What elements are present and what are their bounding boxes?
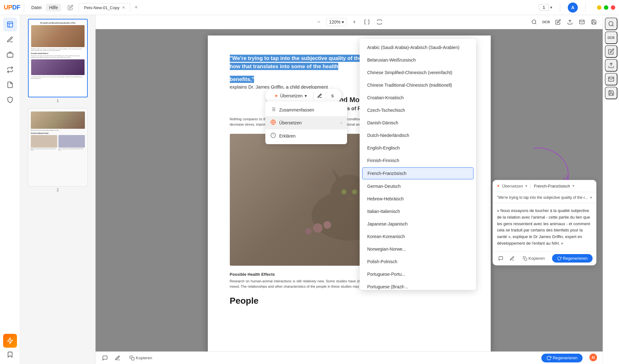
lang-arabic[interactable]: Arabic (Saudi Arabia)-Arabisch (Saudi-Ar… bbox=[360, 41, 476, 54]
lang-norwegian[interactable]: Norwegian-Norwe... bbox=[360, 243, 476, 255]
translation-chat-btn[interactable] bbox=[496, 254, 505, 263]
menu-datei[interactable]: Datei bbox=[28, 4, 45, 11]
tab-close-btn[interactable]: ✕ bbox=[122, 5, 125, 10]
translation-source-arrow[interactable]: ▾ bbox=[590, 195, 592, 200]
translation-panel-dropdown[interactable]: ▾ bbox=[525, 184, 527, 188]
sidebar-item-protect[interactable] bbox=[3, 93, 17, 107]
language-dropdown[interactable]: Arabic (Saudi Arabia)-Arabisch (Saudi-Ar… bbox=[360, 39, 476, 290]
bottom-regenerate-btn[interactable]: Regenerieren bbox=[541, 354, 583, 362]
sidebar-item-convert[interactable] bbox=[3, 63, 17, 77]
translate-main-btn[interactable]: ✦ Übersetzen ▾ bbox=[269, 91, 312, 101]
lang-french[interactable]: French-Französisch bbox=[362, 167, 473, 179]
titlebar: UPDF Datei Hilfe Pets-New-01_Copy ✕ + ▾ … bbox=[0, 0, 619, 15]
translation-regenerate-btn[interactable]: Regenerieren bbox=[552, 254, 593, 263]
bottom-copy-btn[interactable]: Kopieren bbox=[126, 354, 156, 362]
zoom-display[interactable]: 120% ▾ bbox=[326, 18, 347, 26]
edit-btn[interactable] bbox=[553, 17, 563, 27]
lang-italian[interactable]: Italian-Italienisch bbox=[360, 205, 476, 218]
titlebar-divider2 bbox=[560, 3, 560, 12]
ocr-btn[interactable]: OCR bbox=[541, 17, 551, 27]
lang-portuguese[interactable]: Portuguese-Portu... bbox=[360, 268, 476, 280]
page-number-input[interactable] bbox=[539, 4, 549, 11]
user-avatar[interactable]: A bbox=[568, 3, 578, 13]
svg-point-13 bbox=[352, 189, 357, 194]
right-save-btn[interactable] bbox=[605, 87, 617, 99]
thumb-label-1: 1 bbox=[57, 99, 59, 103]
right-ocr-btn[interactable]: OCR bbox=[605, 31, 617, 44]
thumbnail-img-1[interactable]: The Health and Mood-Boosting Benefits of… bbox=[28, 19, 88, 97]
lang-chinese-traditional[interactable]: Chinese Traditional-Chinesisch (traditio… bbox=[360, 79, 476, 91]
sidebar-item-ai[interactable] bbox=[3, 334, 17, 348]
translation-panel-lang-dropdown[interactable]: ▾ bbox=[572, 184, 574, 188]
context-menu-explain[interactable]: Erklären bbox=[265, 129, 347, 142]
translation-pen-btn[interactable] bbox=[508, 254, 517, 263]
svg-rect-29 bbox=[131, 357, 134, 360]
lang-czech[interactable]: Czech-Tschechisch bbox=[360, 104, 476, 117]
right-mail-btn[interactable] bbox=[605, 73, 617, 85]
export-btn[interactable] bbox=[565, 17, 575, 27]
page-chevron[interactable]: ▾ bbox=[550, 5, 552, 10]
thumbnail-img-2[interactable]: Research has shown that simply petting a… bbox=[28, 108, 88, 187]
tab-pets[interactable]: Pets-New-01_Copy ✕ bbox=[79, 3, 130, 12]
titlebar-menu: Datei Hilfe bbox=[28, 4, 61, 11]
lang-danish[interactable]: Danish-Dänisch bbox=[360, 117, 476, 129]
people-title: People bbox=[230, 296, 469, 306]
translate-s-btn[interactable]: S bbox=[328, 91, 338, 101]
pdf-area: − 120% ▾ + OCR bbox=[96, 15, 603, 364]
search-btn[interactable] bbox=[529, 17, 539, 27]
thumbnail-item-2[interactable]: Research has shown that simply petting a… bbox=[23, 108, 93, 192]
zoom-out-btn[interactable]: − bbox=[314, 17, 324, 27]
annotation-arrow bbox=[527, 142, 578, 186]
lang-dutch[interactable]: Dutch-Niederländisch bbox=[360, 129, 476, 142]
lang-finnish[interactable]: Finnish-Finnisch bbox=[360, 154, 476, 167]
lang-japanese[interactable]: Japanese-Japanisch bbox=[360, 218, 476, 230]
sidebar-item-reader[interactable] bbox=[3, 18, 17, 31]
tab-add-btn[interactable]: + bbox=[132, 3, 141, 12]
translate-icon: ✦ bbox=[274, 93, 278, 99]
thumbnail-panel[interactable]: The Health and Mood-Boosting Benefits of… bbox=[20, 15, 96, 364]
save-btn[interactable] bbox=[589, 17, 599, 27]
sidebar-item-organize[interactable] bbox=[3, 48, 17, 62]
logo-pdf: DF bbox=[12, 4, 20, 11]
right-edit-btn[interactable] bbox=[605, 45, 617, 58]
zoom-in-btn[interactable]: + bbox=[349, 17, 359, 27]
right-export-btn[interactable] bbox=[605, 59, 617, 72]
bottom-chat-btn[interactable] bbox=[101, 354, 109, 362]
sidebar-item-bookmark[interactable] bbox=[3, 348, 17, 361]
mail-btn[interactable] bbox=[577, 17, 587, 27]
fit-width-btn[interactable] bbox=[374, 17, 384, 27]
minimize-btn[interactable] bbox=[597, 5, 601, 10]
svg-point-12 bbox=[341, 189, 346, 194]
translation-source-text: "We're trying to tap into the subjective… bbox=[497, 195, 588, 200]
bottom-pen-btn[interactable] bbox=[113, 354, 122, 362]
thumb-section-1: Possible Health Effects bbox=[31, 52, 85, 54]
close-btn[interactable] bbox=[611, 5, 615, 10]
lang-german[interactable]: German-Deutsch bbox=[360, 180, 476, 193]
lang-portuguese-br[interactable]: Portuguese (Brazil-... bbox=[360, 280, 476, 290]
fit-height-btn[interactable] bbox=[362, 17, 372, 27]
context-menu-translate[interactable]: Übersetzen › bbox=[265, 116, 347, 129]
bottom-bar: Kopieren Regenerieren AI bbox=[96, 351, 603, 364]
lang-english[interactable]: English-Englisch bbox=[360, 142, 476, 154]
translation-panel: ✦ Übersetzen ▾ French-Französisch ▾ "We'… bbox=[493, 180, 596, 265]
sidebar-item-pages[interactable] bbox=[3, 78, 17, 92]
lang-hebrew[interactable]: Hebrew-Hebräisch bbox=[360, 193, 476, 205]
lang-croatian[interactable]: Croatian-Kroatisch bbox=[360, 91, 476, 104]
lang-belarusian[interactable]: Belarusian-Weißrussisch bbox=[360, 54, 476, 66]
context-menu-summarize[interactable]: Zusammenfassen bbox=[265, 103, 347, 116]
lang-korean[interactable]: Korean-Koreanisch bbox=[360, 230, 476, 243]
svg-point-15 bbox=[323, 221, 331, 229]
lang-polish[interactable]: Polish-Polnisch bbox=[360, 255, 476, 268]
lang-chinese-simplified[interactable]: Chinese Simplified-Chinesisch (vereinfac… bbox=[360, 66, 476, 79]
right-search-btn[interactable] bbox=[605, 18, 617, 30]
regenerate-label: Regenerieren bbox=[563, 256, 588, 261]
people-section: People bbox=[230, 296, 469, 306]
menu-hilfe[interactable]: Hilfe bbox=[46, 4, 61, 11]
pdf-content[interactable]: "We're trying to tap into the subjective… bbox=[96, 29, 603, 351]
translate-pen-btn[interactable] bbox=[315, 91, 325, 101]
translation-copy-btn[interactable]: Kopieren bbox=[519, 254, 549, 263]
maximize-btn[interactable] bbox=[604, 5, 608, 10]
svg-point-14 bbox=[313, 223, 323, 233]
sidebar-item-annotate[interactable] bbox=[3, 33, 17, 46]
thumbnail-item-1[interactable]: The Health and Mood-Boosting Benefits of… bbox=[23, 19, 93, 103]
